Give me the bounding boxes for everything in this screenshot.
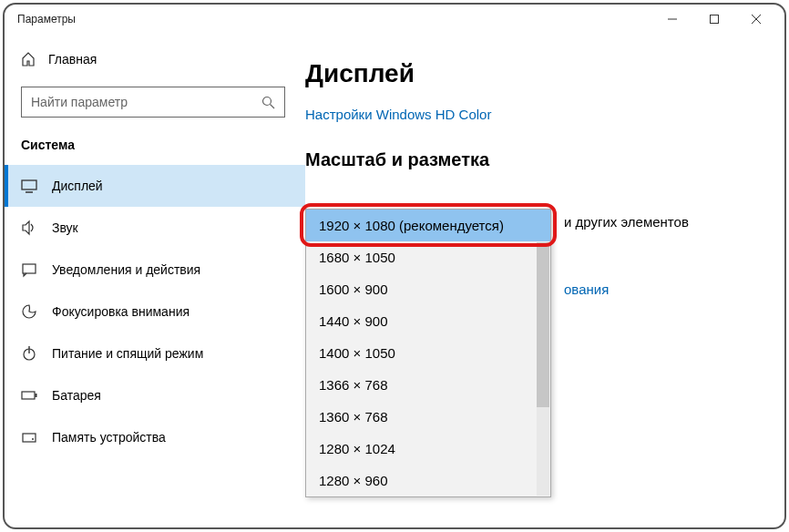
section-title: Масштаб и разметка bbox=[305, 149, 774, 170]
focus-icon bbox=[21, 303, 37, 320]
sound-icon bbox=[21, 220, 37, 236]
sidebar-item-storage[interactable]: Память устройства bbox=[5, 416, 305, 458]
svg-rect-13 bbox=[23, 434, 36, 442]
dropdown-option[interactable]: 1280 × 960 bbox=[306, 465, 550, 496]
notifications-icon bbox=[21, 261, 37, 278]
svg-rect-8 bbox=[23, 264, 36, 273]
resolution-dropdown: 1920 × 1080 (рекомендуется) 1680 × 1050 … bbox=[305, 209, 551, 497]
sidebar-item-display[interactable]: Дисплей bbox=[5, 165, 305, 207]
sidebar-item-label: Память устройства bbox=[52, 430, 166, 445]
search-input[interactable]: Найти параметр bbox=[21, 87, 285, 118]
sidebar-item-label: Звук bbox=[52, 220, 78, 235]
sidebar-item-notifications[interactable]: Уведомления и действия bbox=[5, 249, 305, 291]
main-panel: Дисплей Настройки Windows HD Color Масшт… bbox=[305, 34, 784, 527]
dropdown-scrollbar[interactable] bbox=[537, 242, 549, 496]
minimize-button[interactable] bbox=[651, 5, 693, 33]
category-header: Система bbox=[5, 138, 305, 165]
close-button[interactable] bbox=[735, 5, 777, 33]
dropdown-option[interactable]: 1366 × 768 bbox=[306, 369, 550, 401]
power-icon bbox=[21, 345, 37, 362]
sidebar-item-label: Фокусировка внимания bbox=[52, 304, 190, 319]
dropdown-option[interactable]: 1400 × 1050 bbox=[306, 337, 550, 369]
window: Параметры Главная Найти параметр Система… bbox=[3, 3, 786, 529]
partial-link[interactable]: ования bbox=[564, 281, 609, 297]
svg-line-5 bbox=[271, 104, 275, 108]
sidebar: Главная Найти параметр Система Дисплей З… bbox=[5, 34, 305, 527]
svg-rect-6 bbox=[22, 180, 36, 189]
svg-rect-1 bbox=[711, 15, 719, 24]
sidebar-item-label: Батарея bbox=[52, 388, 101, 403]
svg-rect-12 bbox=[36, 394, 37, 397]
maximize-button[interactable] bbox=[693, 5, 735, 33]
sidebar-item-label: Уведомления и действия bbox=[52, 262, 200, 277]
sidebar-item-power[interactable]: Питание и спящий режим bbox=[5, 332, 305, 374]
dropdown-option[interactable]: 1440 × 900 bbox=[306, 305, 550, 337]
titlebar: Параметры bbox=[5, 5, 784, 34]
window-controls bbox=[651, 5, 777, 33]
display-icon bbox=[21, 178, 37, 194]
hd-color-link[interactable]: Настройки Windows HD Color bbox=[305, 107, 774, 122]
scrollbar-thumb[interactable] bbox=[537, 242, 549, 407]
sidebar-item-focus[interactable]: Фокусировка внимания bbox=[5, 291, 305, 332]
sidebar-item-sound[interactable]: Звук bbox=[5, 207, 305, 249]
sidebar-item-label: Питание и спящий режим bbox=[52, 346, 203, 361]
home-label: Главная bbox=[48, 52, 97, 66]
home-link[interactable]: Главная bbox=[5, 46, 305, 72]
svg-point-4 bbox=[263, 97, 272, 105]
search-placeholder: Найти параметр bbox=[31, 95, 128, 109]
dropdown-option[interactable]: 1920 × 1080 (рекомендуется) bbox=[306, 210, 550, 241]
home-icon bbox=[21, 52, 36, 66]
battery-icon bbox=[21, 387, 37, 404]
svg-rect-11 bbox=[22, 392, 35, 399]
dropdown-option[interactable]: 1280 × 1024 bbox=[306, 433, 550, 465]
page-title: Дисплей bbox=[305, 59, 774, 88]
sidebar-item-battery[interactable]: Батарея bbox=[5, 374, 305, 416]
sidebar-item-label: Дисплей bbox=[52, 179, 103, 193]
search-icon bbox=[261, 96, 275, 109]
partial-label-right: и других элементов bbox=[564, 214, 689, 230]
svg-point-14 bbox=[32, 438, 34, 440]
dropdown-option[interactable]: 1680 × 1050 bbox=[306, 241, 550, 273]
dropdown-option[interactable]: 1600 × 900 bbox=[306, 273, 550, 305]
content: Главная Найти параметр Система Дисплей З… bbox=[5, 34, 784, 527]
dropdown-option[interactable]: 1360 × 768 bbox=[306, 401, 550, 433]
storage-icon bbox=[21, 429, 37, 445]
window-title: Параметры bbox=[17, 13, 76, 26]
